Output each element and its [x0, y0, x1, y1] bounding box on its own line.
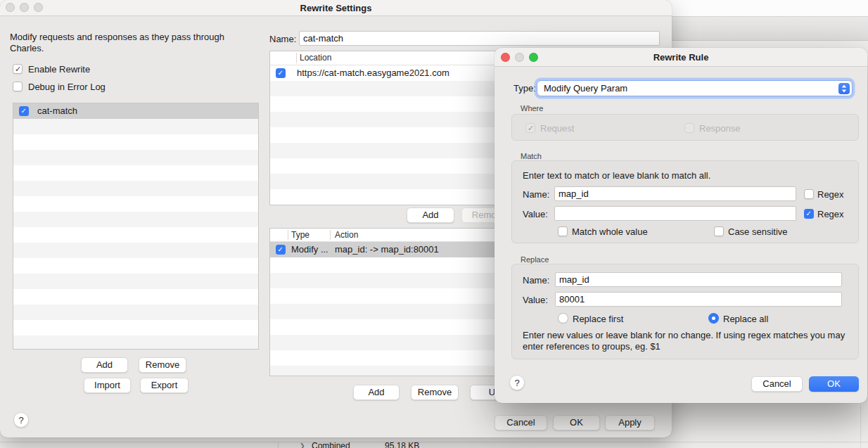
- rule-sets-empty-rows: [13, 119, 258, 350]
- match-whole-value-checkbox[interactable]: [558, 226, 568, 236]
- background-row-divider: [0, 442, 868, 442]
- match-whole-value-label[interactable]: Match whole value: [572, 226, 648, 237]
- empty-row: [13, 274, 258, 289]
- empty-row: [13, 212, 258, 227]
- settings-ok-button[interactable]: OK: [553, 415, 600, 430]
- enable-rewrite-label[interactable]: Enable Rewrite: [28, 64, 90, 75]
- background-column-divider: [278, 442, 279, 448]
- request-checkbox: [525, 123, 535, 133]
- empty-row: [13, 196, 258, 212]
- empty-row: [13, 243, 258, 258]
- enable-rewrite-checkbox[interactable]: [13, 64, 23, 74]
- dialog-ok-button[interactable]: OK: [809, 376, 859, 392]
- empty-row: [13, 305, 258, 320]
- chevron-right-icon[interactable]: ❯: [300, 442, 305, 448]
- location-url[interactable]: https://cat-match.easygame2021.com: [297, 68, 449, 78]
- background-panel-divider: [860, 404, 861, 448]
- where-group-box: Request Response: [511, 114, 859, 141]
- help-button[interactable]: ?: [13, 412, 29, 428]
- rewrite-rule-dialog: Rewrite Rule Type: Modify Query Param Wh…: [494, 48, 867, 403]
- empty-row: [13, 227, 258, 243]
- rule-set-checkbox[interactable]: [19, 106, 29, 116]
- set-remove-button[interactable]: Remove: [139, 357, 186, 373]
- location-checkbox[interactable]: [276, 68, 286, 78]
- rule-action[interactable]: map_id: -> map_id:80001: [335, 244, 439, 255]
- window-title: Rewrite Settings: [0, 3, 672, 13]
- header-divider: [296, 53, 297, 63]
- settings-cancel-button[interactable]: Cancel: [494, 415, 547, 430]
- dropdown-stepper-icon: [838, 83, 850, 94]
- name-field-label: Name:: [269, 34, 296, 44]
- request-label: Request: [540, 123, 574, 134]
- import-button[interactable]: Import: [84, 378, 131, 393]
- name-field-input[interactable]: [299, 31, 660, 46]
- match-name-regex-checkbox[interactable]: [804, 189, 814, 199]
- replace-name-input[interactable]: [555, 272, 842, 287]
- empty-row: [13, 258, 258, 274]
- replace-name-label: Name:: [523, 275, 549, 286]
- match-name-label: Name:: [523, 189, 549, 200]
- response-checkbox: [684, 123, 694, 133]
- replace-hint: Enter new values or leave blank for no c…: [523, 330, 852, 352]
- replace-section-label: Replace: [521, 255, 549, 264]
- rule-set-name[interactable]: cat-match: [37, 105, 77, 116]
- location-add-button[interactable]: Add: [407, 207, 454, 223]
- replace-first-label[interactable]: Replace first: [573, 314, 623, 324]
- empty-row: [13, 289, 258, 305]
- empty-row: [13, 320, 258, 335]
- location-column-header[interactable]: Location: [300, 53, 331, 63]
- export-button[interactable]: Export: [140, 378, 189, 393]
- replace-all-label[interactable]: Replace all: [723, 314, 768, 324]
- match-value-regex-label[interactable]: Regex: [817, 209, 844, 219]
- where-section-label: Where: [521, 104, 543, 113]
- dialog-title: Rewrite Rule: [494, 52, 867, 63]
- type-label: Type:: [513, 83, 536, 94]
- case-sensitive-checkbox[interactable]: [714, 226, 724, 236]
- rule-set-row[interactable]: cat-match: [13, 103, 258, 119]
- empty-row: [13, 165, 258, 181]
- rule-sets-list: cat-match: [13, 103, 259, 350]
- replace-value-input[interactable]: [555, 292, 842, 307]
- type-column-header[interactable]: Type: [291, 230, 309, 240]
- match-name-input[interactable]: [554, 186, 796, 201]
- empty-row: [13, 181, 258, 196]
- rule-add-button[interactable]: Add: [353, 385, 400, 400]
- empty-row: [13, 119, 258, 134]
- match-hint: Enter text to match or leave blank to ma…: [523, 170, 710, 181]
- case-sensitive-label[interactable]: Case sensitive: [728, 226, 788, 237]
- empty-row: [13, 134, 258, 150]
- match-value-label: Value:: [523, 209, 548, 219]
- debug-error-log-checkbox[interactable]: [13, 82, 23, 91]
- replace-value-label: Value:: [523, 295, 548, 305]
- response-label: Response: [699, 123, 741, 134]
- match-name-regex-label[interactable]: Regex: [817, 189, 844, 200]
- empty-row: [13, 150, 258, 165]
- type-dropdown-value: Modify Query Param: [544, 83, 627, 94]
- replace-all-radio[interactable]: [708, 313, 719, 324]
- dialog-cancel-button[interactable]: Cancel: [751, 376, 803, 392]
- rule-checkbox[interactable]: [276, 245, 286, 255]
- empty-row: [13, 335, 258, 350]
- match-group-box: Enter text to match or leave blank to ma…: [511, 160, 859, 243]
- match-value-regex-checkbox[interactable]: [804, 209, 814, 219]
- rule-type[interactable]: Modify ...: [291, 244, 328, 255]
- action-column-header[interactable]: Action: [335, 230, 358, 240]
- header-divider: [288, 230, 288, 240]
- match-value-input[interactable]: [554, 206, 796, 221]
- type-dropdown[interactable]: Modify Query Param: [537, 80, 853, 96]
- header-divider: [330, 230, 331, 240]
- rewrite-settings-titlebar: Rewrite Settings: [0, 0, 672, 16]
- dialog-help-button[interactable]: ?: [509, 375, 525, 390]
- screen: ❯ Combined 95.18 KB Rewrite Settings Mod…: [0, 0, 868, 448]
- rewrite-rule-titlebar: Rewrite Rule: [494, 48, 867, 67]
- background-row-size: 95.18 KB: [385, 441, 419, 448]
- replace-first-radio[interactable]: [558, 313, 568, 324]
- replace-group-box: Name: Value: Replace first Replace all E…: [511, 264, 859, 359]
- debug-error-log-label[interactable]: Debug in Error Log: [28, 82, 106, 92]
- set-add-button[interactable]: Add: [81, 357, 128, 373]
- match-section-label: Match: [521, 152, 542, 160]
- background-row-label[interactable]: Combined: [312, 441, 350, 448]
- settings-apply-button[interactable]: Apply: [605, 415, 655, 430]
- rewrite-description: Modify requests and responses as they pa…: [10, 32, 255, 54]
- rule-remove-button[interactable]: Remove: [411, 385, 459, 400]
